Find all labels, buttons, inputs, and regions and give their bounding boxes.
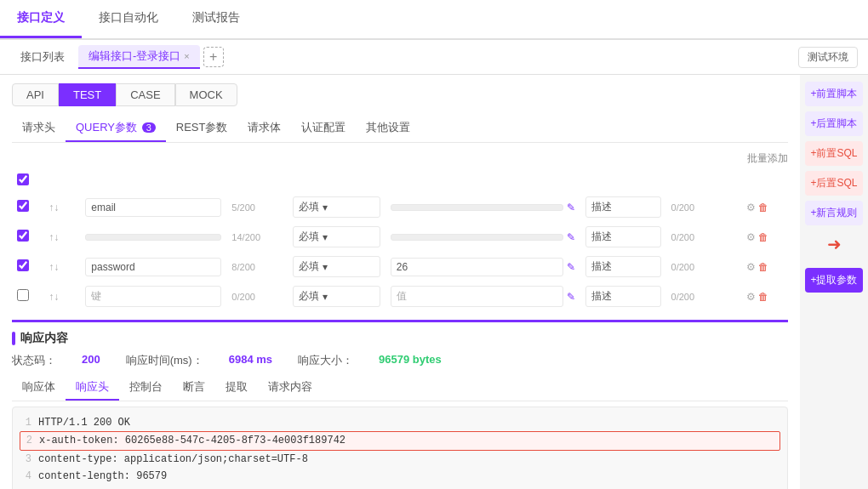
- row1-value-input[interactable]: [391, 204, 563, 211]
- param-tabs: 请求头 QUERY参数 3 REST参数 请求体 认证配置 其他设置: [12, 115, 788, 143]
- row3-key-input[interactable]: password: [85, 258, 221, 276]
- tab-edit-interface[interactable]: 编辑接口-登录接口 ×: [78, 45, 200, 69]
- new-rule-button[interactable]: +新言规则: [805, 201, 863, 225]
- sub-tab-mock[interactable]: MOCK: [175, 83, 237, 106]
- table-row: ↑↓ 14/200 必填 ▾: [12, 222, 788, 252]
- row3-desc-size: 0/200: [666, 252, 728, 281]
- row2-desc-input[interactable]: 描述: [585, 226, 660, 247]
- row2-arrows: ↑↓: [43, 222, 80, 252]
- line-number: 5: [20, 486, 31, 489]
- line-number: 4: [20, 468, 31, 485]
- line-content: content-type: application/json;charset=U…: [38, 451, 780, 468]
- line-content: HTTP/1.1 200 OK: [38, 414, 780, 431]
- row4-required-select[interactable]: 必填 ▾: [293, 286, 380, 307]
- param-tab-rest[interactable]: REST参数: [166, 115, 238, 142]
- row4-value-input[interactable]: 值: [391, 286, 563, 307]
- row1-desc-input[interactable]: 描述: [585, 196, 660, 218]
- param-tab-query[interactable]: QUERY参数 3: [66, 115, 166, 142]
- row1-checkbox[interactable]: [17, 200, 29, 212]
- row3-desc-input[interactable]: 描述: [585, 256, 660, 277]
- row1-gear-icon[interactable]: ⚙: [746, 202, 756, 213]
- sub-tab-case[interactable]: CASE: [116, 83, 174, 106]
- row1-delete-icon[interactable]: 🗑: [758, 202, 768, 213]
- row3-edit-icon[interactable]: ✎: [567, 261, 575, 273]
- row1-key-input[interactable]: email: [85, 198, 221, 217]
- time-label: 响应时间(ms)：: [126, 353, 203, 368]
- top-nav-item-interface-def[interactable]: 接口定义: [0, 0, 82, 38]
- status-value: 200: [82, 353, 100, 368]
- post-script-button[interactable]: +后置脚本: [805, 111, 863, 136]
- arrow-icon: ➜: [805, 234, 863, 254]
- row0-arrows: [43, 169, 80, 192]
- tab-bar: 接口列表 编辑接口-登录接口 × + 测试环境: [0, 40, 868, 75]
- row4-checkbox[interactable]: [17, 289, 29, 301]
- row2-required-select[interactable]: 必填 ▾: [293, 226, 380, 247]
- sub-tab-api[interactable]: API: [12, 83, 59, 106]
- line-content: date: Thu, 10 Feb 2022 01:33:01 GMT: [38, 486, 780, 489]
- param-tab-other[interactable]: 其他设置: [356, 115, 420, 142]
- row3-arrows: ↑↓: [43, 252, 80, 281]
- tab-edit-label: 编辑接口-登录接口: [89, 48, 180, 64]
- left-panel: API TEST CASE MOCK 请求头 QUERY参数 3 REST参数 …: [0, 75, 800, 489]
- row3-gear-icon[interactable]: ⚙: [746, 261, 756, 273]
- tab-add-button[interactable]: +: [203, 47, 224, 67]
- row2-key-input[interactable]: [85, 234, 221, 241]
- row4-gear-icon[interactable]: ⚙: [746, 291, 756, 303]
- pre-sql-button[interactable]: +前置SQL: [805, 141, 863, 166]
- row3-delete-icon[interactable]: 🗑: [758, 261, 768, 273]
- response-tabs: 响应体 响应头 控制台 断言 提取 请求内容: [12, 375, 788, 401]
- row4-arrows: ↑↓: [43, 281, 80, 311]
- query-badge: 3: [142, 122, 156, 133]
- row3-key-size: 8/200: [226, 252, 288, 281]
- response-tab-extract[interactable]: 提取: [215, 375, 258, 401]
- top-nav-item-interface-auto[interactable]: 接口自动化: [82, 0, 175, 38]
- row3-checkbox[interactable]: [17, 259, 29, 271]
- row2-gear-icon[interactable]: ⚙: [746, 231, 756, 243]
- response-tab-request[interactable]: 请求内容: [258, 375, 323, 401]
- table-row: ↑↓ email 5/200 必填 ▾: [12, 192, 788, 222]
- row4-edit-icon[interactable]: ✎: [567, 291, 575, 303]
- code-line: 3 content-type: application/json;charset…: [20, 451, 780, 468]
- size-value: 96579 bytes: [379, 353, 442, 368]
- sub-tab-test[interactable]: TEST: [59, 83, 116, 106]
- param-tab-body[interactable]: 请求体: [237, 115, 291, 142]
- response-tab-headers[interactable]: 响应头: [66, 375, 119, 401]
- row1-required-select[interactable]: 必填 ▾: [293, 196, 380, 218]
- row2-desc-size: 0/200: [666, 222, 728, 252]
- response-title: 响应内容: [12, 331, 788, 346]
- extract-params-button[interactable]: +提取参数: [805, 268, 863, 293]
- time-value: 6984 ms: [229, 353, 272, 368]
- row4-delete-icon[interactable]: 🗑: [758, 291, 768, 303]
- row0-checkbox[interactable]: [17, 173, 29, 185]
- row2-edit-icon[interactable]: ✎: [567, 231, 575, 243]
- response-section: 响应内容 状态码： 200 响应时间(ms)： 6984 ms 响应大小： 96…: [12, 320, 788, 489]
- row3-value-input[interactable]: 26: [391, 258, 563, 276]
- top-nav: 接口定义 接口自动化 测试报告: [0, 0, 868, 40]
- tab-interface-list[interactable]: 接口列表: [10, 46, 75, 68]
- post-sql-button[interactable]: +后置SQL: [805, 171, 863, 196]
- pre-script-button[interactable]: +前置脚本: [805, 82, 863, 106]
- status-label: 状态码：: [12, 353, 56, 368]
- response-tab-body[interactable]: 响应体: [12, 375, 66, 401]
- response-tab-assert[interactable]: 断言: [173, 375, 215, 401]
- row1-edit-icon[interactable]: ✎: [567, 202, 575, 213]
- row2-value-input[interactable]: [391, 234, 563, 241]
- row4-key-input[interactable]: 键: [85, 286, 221, 307]
- table-row: ↑↓ 键 0/200 必填 ▾: [12, 281, 788, 311]
- row3-required-select[interactable]: 必填 ▾: [293, 256, 380, 277]
- table-row: [12, 169, 788, 192]
- tab-close-icon[interactable]: ×: [184, 51, 189, 61]
- param-tab-header[interactable]: 请求头: [12, 115, 66, 142]
- content-wrapper: API TEST CASE MOCK 请求头 QUERY参数 3 REST参数 …: [0, 75, 868, 489]
- code-block: 1 HTTP/1.1 200 OK 2 x-auth-token: 60265e…: [12, 407, 788, 489]
- row2-delete-icon[interactable]: 🗑: [758, 231, 768, 243]
- line-number: 2: [20, 432, 32, 449]
- response-tab-console[interactable]: 控制台: [119, 375, 173, 401]
- row2-checkbox[interactable]: [17, 230, 29, 242]
- param-tab-auth[interactable]: 认证配置: [291, 115, 356, 142]
- row4-desc-input[interactable]: 描述: [585, 286, 660, 307]
- right-sidebar: +前置脚本 +后置脚本 +前置SQL +后置SQL +新言规则 ➜ +提取参数: [800, 75, 868, 489]
- env-selector[interactable]: 测试环境: [798, 47, 858, 68]
- top-nav-item-test-report[interactable]: 测试报告: [175, 0, 257, 38]
- table-row: ↑↓ password 8/200 必填 ▾: [12, 252, 788, 281]
